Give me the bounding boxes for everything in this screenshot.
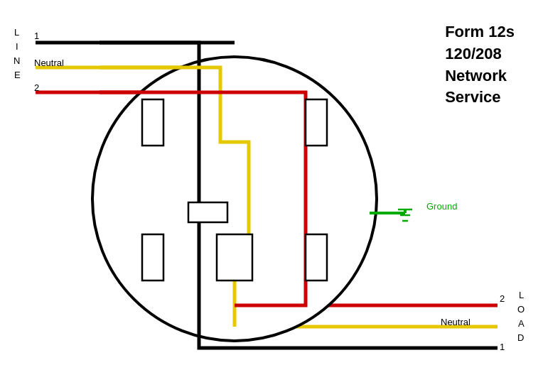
title-line4: Service (445, 87, 515, 109)
title-block: Form 12s 120/208 Network Service (445, 21, 515, 109)
title-line1: Form 12s (445, 21, 515, 43)
title-line3: Network (445, 65, 515, 87)
title-line2: 120/208 (445, 43, 515, 65)
